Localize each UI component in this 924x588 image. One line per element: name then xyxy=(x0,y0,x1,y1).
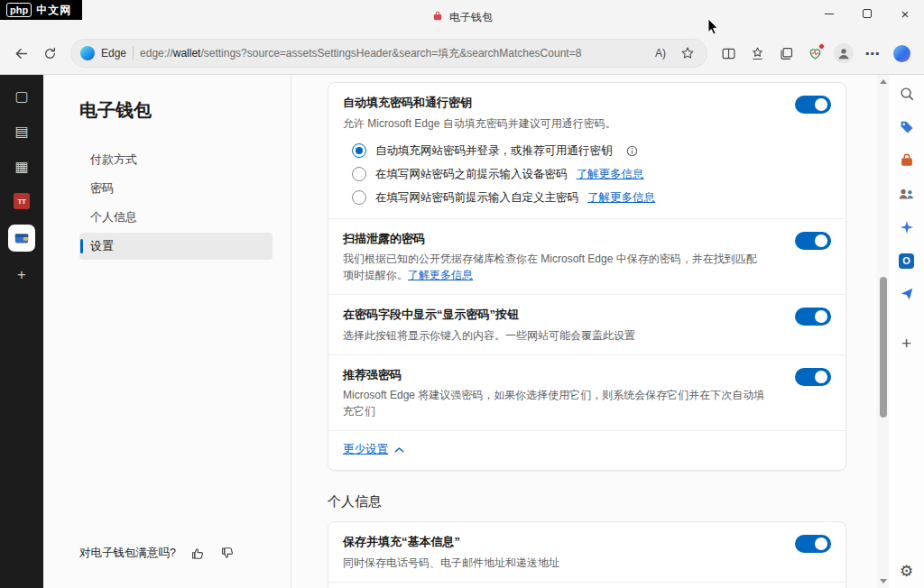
learn-more-link[interactable]: 了解更多信息 xyxy=(587,190,655,206)
fewer-settings-row: 更少设置 xyxy=(328,430,845,470)
close-button[interactable]: × xyxy=(886,0,924,27)
refresh-button[interactable] xyxy=(36,40,63,67)
designer-sparkle-icon[interactable] xyxy=(897,217,917,237)
url-scheme: edge:// xyxy=(140,47,173,60)
read-aloud-button[interactable]: A) xyxy=(647,40,674,67)
php-site-logo[interactable]: php 中文网 xyxy=(0,0,82,20)
sidebar-item-passwords[interactable]: 密码 xyxy=(79,175,273,202)
left-app-rail: ▢ ▤ ▦ TT + xyxy=(0,75,43,588)
setting-row-strong-passwords: 推荐强密码 Microsoft Edge 将建议强密码，如果你选择使用它们，则系… xyxy=(328,354,845,431)
autofill-passwords-toggle[interactable] xyxy=(795,96,831,114)
more-menu-button[interactable]: ⋯ xyxy=(859,40,886,67)
desc-text: 我们根据已知的公开凭据存储库检查你在 Microsoft Edge 中保存的密码… xyxy=(343,253,757,281)
personal-info-section-header: 个人信息 xyxy=(328,493,846,510)
setting-row-leaked-passwords: 扫描泄露的密码 我们根据已知的公开凭据存储库检查你在 Microsoft Edg… xyxy=(328,218,845,295)
shopping-tag-icon[interactable] xyxy=(897,117,917,137)
autofill-options-group: 自动填充网站密码并登录，或推荐可用通行密钥 在填写网站密码之前提示输入设备密码 … xyxy=(328,142,845,218)
setting-row-reveal-password: 在密码字段中显示“显示密码”按钮 选择此按钮将显示你键入的内容。一些网站可能会覆… xyxy=(328,294,845,354)
url-host: wallet xyxy=(173,47,201,60)
shopping-bag-icon[interactable] xyxy=(897,151,917,170)
chevron-up-icon[interactable] xyxy=(394,446,404,454)
card-glyph: ▤ xyxy=(14,123,28,140)
collections-button[interactable] xyxy=(772,40,799,67)
titlebar: php 中文网 电子钱包 × xyxy=(0,0,924,32)
learn-more-link[interactable]: 了解更多信息 xyxy=(408,269,473,281)
sidebar-item-payment-methods[interactable]: 付款方式 xyxy=(79,146,273,173)
browser-toolbar: Edge edge://wallet/settings?source=asset… xyxy=(0,32,924,75)
radio-label: 自动填充网站密码并登录，或推荐可用通行密钥 xyxy=(375,143,613,159)
split-screen-button[interactable] xyxy=(715,40,742,67)
setting-row-signup-forms: 在注册表单上自动填写我的信息 添加已保存的基本信息并选择强密码(如果启用了“建议… xyxy=(328,582,845,588)
setting-desc: 我们根据已知的公开凭据存储库检查你在 Microsoft Edge 中保存的密码… xyxy=(343,251,767,283)
php-logo-box: php xyxy=(6,3,32,17)
wallet-sidebar: 电子钱包 付款方式 密码 个人信息 设置 对电子钱包满意吗? xyxy=(43,75,291,588)
setting-title: 在密码字段中显示“显示密码”按钮 xyxy=(343,307,635,323)
favorites-button[interactable] xyxy=(744,40,771,67)
minimize-button[interactable] xyxy=(810,0,848,27)
radio-label: 在填写网站密码之前提示输入设备密码 xyxy=(375,167,568,182)
edge-sidebar-rail: O + ⚙ xyxy=(889,75,924,588)
scrollbar-thumb[interactable] xyxy=(880,277,887,418)
setting-row-basic-info: 保存并填充“基本信息” 同时保存电话号码、电子邮件地址和递送地址 xyxy=(328,522,845,582)
favorite-star-button[interactable] xyxy=(674,40,701,67)
radio-row-custom-password: 在填写网站密码前提示输入自定义主密码 了解更多信息 xyxy=(352,190,831,206)
reveal-password-toggle[interactable] xyxy=(795,308,831,326)
maximize-button[interactable] xyxy=(848,0,886,27)
card-icon[interactable]: ▤ xyxy=(10,119,33,142)
setting-row-autofill-passwords: 自动填充密码和通行密钥 允许 Microsoft Edge 自动填充密码并建议可… xyxy=(328,83,845,142)
scroll-down-arrow[interactable] xyxy=(880,579,887,583)
avatar xyxy=(834,43,854,63)
radio-custom-primary-password[interactable] xyxy=(352,190,366,205)
address-divider xyxy=(133,46,134,60)
kite-icon[interactable] xyxy=(897,284,917,304)
outlook-glyph: O xyxy=(899,253,914,269)
address-bar-actions: A) xyxy=(647,40,701,67)
thumbs-down-icon[interactable] xyxy=(220,546,236,561)
feedback-question: 对电子钱包满意吗? xyxy=(79,546,176,561)
sidebar-item-personal-info[interactable]: 个人信息 xyxy=(79,204,273,231)
row-text: 保存并填充“基本信息” 同时保存电话号码、电子邮件地址和递送地址 xyxy=(343,534,559,571)
radio-device-password[interactable] xyxy=(352,167,366,181)
games-people-icon[interactable] xyxy=(897,184,917,204)
strong-passwords-toggle[interactable] xyxy=(795,368,831,386)
sidebar-item-label: 设置 xyxy=(90,238,114,254)
sidebar-item-settings[interactable]: 设置 xyxy=(79,233,273,260)
info-icon[interactable] xyxy=(626,145,638,157)
row-text: 推荐强密码 Microsoft Edge 将建议强密码，如果你选择使用它们，则系… xyxy=(343,367,767,420)
tab-square-icon[interactable]: ▢ xyxy=(10,84,33,107)
grid-glyph: ▦ xyxy=(14,158,28,175)
copilot-icon xyxy=(893,45,910,62)
thumbs-up-icon[interactable] xyxy=(190,546,206,561)
copilot-sidebar-button[interactable] xyxy=(888,40,915,67)
sidebar-item-label: 密码 xyxy=(90,180,114,197)
back-button[interactable] xyxy=(7,40,34,67)
radio-autofill-signin[interactable] xyxy=(352,143,366,158)
wallet-icon[interactable] xyxy=(8,225,35,252)
search-icon[interactable] xyxy=(897,84,917,104)
setting-desc: Microsoft Edge 将建议强密码，如果你选择使用它们，则系统会保存它们… xyxy=(343,387,767,419)
tt-badge-icon[interactable]: TT xyxy=(10,189,33,213)
browser-essentials-button[interactable] xyxy=(801,40,828,67)
address-bar[interactable]: Edge edge://wallet/settings?source=asset… xyxy=(70,39,707,68)
profile-avatar-button[interactable] xyxy=(830,40,857,67)
basic-info-toggle[interactable] xyxy=(795,535,831,553)
add-sidebar-icon[interactable]: + xyxy=(897,334,917,354)
add-icon[interactable]: + xyxy=(10,263,33,287)
plus-glyph: + xyxy=(17,267,25,283)
url-path: /settings?source=assetsSettingsHeader&se… xyxy=(200,47,581,60)
row-text: 在密码字段中显示“显示密码”按钮 选择此按钮将显示你键入的内容。一些网站可能会覆… xyxy=(343,307,635,344)
passwords-settings-card: 自动填充密码和通行密钥 允许 Microsoft Edge 自动填充密码并建议可… xyxy=(328,82,846,471)
settings-content: 自动填充密码和通行密钥 允许 Microsoft Edge 自动填充密码并建议可… xyxy=(291,75,877,588)
sidebar-item-label: 个人信息 xyxy=(90,209,137,225)
active-tab[interactable]: 电子钱包 xyxy=(431,10,493,25)
outlook-icon[interactable]: O xyxy=(897,251,917,271)
learn-more-link[interactable]: 了解更多信息 xyxy=(577,167,644,182)
content-scrollbar[interactable] xyxy=(877,75,889,588)
settings-gear-icon[interactable]: ⚙ xyxy=(897,561,917,581)
leaked-passwords-toggle[interactable] xyxy=(795,232,831,250)
fewer-settings-link[interactable]: 更少设置 xyxy=(343,442,388,457)
minimize-icon xyxy=(825,14,834,14)
scroll-up-arrow[interactable] xyxy=(880,79,887,84)
browser-window: php 中文网 电子钱包 × Edge edge:// xyxy=(0,0,924,588)
apps-grid-icon[interactable]: ▦ xyxy=(10,154,33,178)
